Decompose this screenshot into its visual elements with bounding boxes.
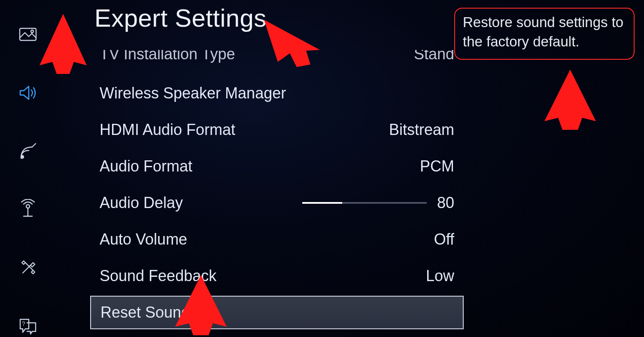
- row-value: Low: [426, 267, 454, 285]
- svg-point-3: [26, 205, 30, 208]
- row-wireless-speaker-manager[interactable]: Wireless Speaker Manager: [90, 75, 464, 111]
- row-value: Bitstream: [389, 121, 454, 139]
- row-audio-format[interactable]: Audio Format PCM: [90, 148, 464, 184]
- row-label: TV Installation Type: [100, 45, 235, 63]
- svg-marker-8: [544, 70, 596, 130]
- description-tooltip: Restore sound settings to the factory de…: [454, 8, 635, 60]
- row-label: Reset Sound: [100, 303, 190, 322]
- row-label: HDMI Audio Format: [100, 121, 235, 139]
- system-icon[interactable]: [17, 257, 39, 279]
- svg-rect-0: [20, 28, 36, 40]
- broadcast-icon[interactable]: [17, 140, 39, 162]
- row-reset-sound[interactable]: Reset Sound: [90, 296, 464, 329]
- row-value: 80: [437, 194, 454, 212]
- network-icon[interactable]: [17, 199, 39, 221]
- row-hdmi-audio-format[interactable]: HDMI Audio Format Bitstream: [90, 111, 464, 148]
- svg-point-1: [31, 30, 33, 33]
- picture-icon[interactable]: [17, 24, 39, 46]
- page-title: Expert Settings: [90, 3, 464, 32]
- settings-sidebar: ?: [0, 0, 56, 337]
- audio-delay-slider-fill: [302, 202, 342, 204]
- support-icon[interactable]: ?: [17, 315, 39, 337]
- row-label: Audio Format: [100, 157, 192, 175]
- row-label: Audio Delay: [100, 194, 183, 212]
- row-label: Auto Volume: [100, 230, 187, 248]
- expert-settings-panel: Expert Settings TV Installation Type Sta…: [90, 3, 464, 329]
- annotation-arrow-icon: [544, 70, 596, 130]
- sound-icon[interactable]: [17, 82, 39, 104]
- row-label: Wireless Speaker Manager: [100, 84, 286, 102]
- svg-text:?: ?: [22, 320, 25, 327]
- svg-point-2: [21, 156, 24, 158]
- row-value: Off: [434, 230, 454, 248]
- row-label: Sound Feedback: [100, 267, 216, 285]
- row-audio-delay[interactable]: Audio Delay 80: [90, 184, 464, 221]
- description-text: Restore sound settings to the factory de…: [463, 14, 623, 49]
- row-sound-feedback[interactable]: Sound Feedback Low: [90, 257, 464, 294]
- row-value: Stand: [414, 45, 454, 63]
- row-value: PCM: [420, 157, 454, 175]
- row-tv-installation-type[interactable]: TV Installation Type Stand: [90, 38, 464, 75]
- row-auto-volume[interactable]: Auto Volume Off: [90, 221, 464, 257]
- audio-delay-slider[interactable]: [302, 202, 427, 204]
